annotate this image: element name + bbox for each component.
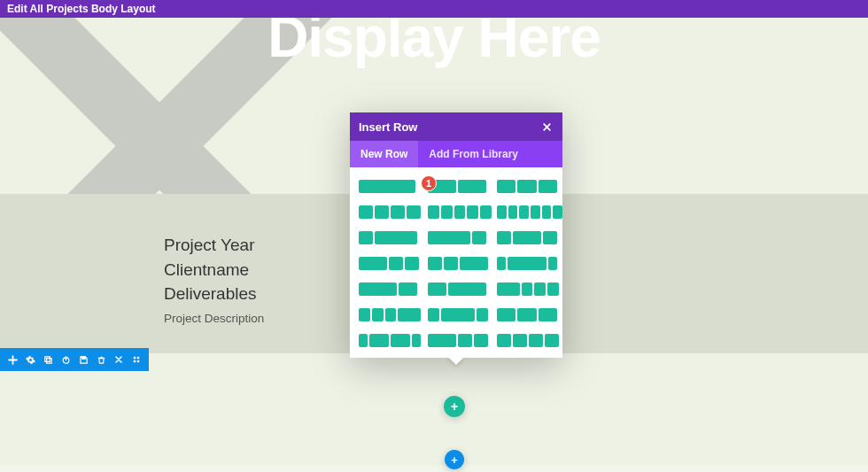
project-description-label: Project Description [164, 312, 264, 325]
layout-option[interactable] [428, 334, 484, 347]
layout-option[interactable] [497, 231, 554, 244]
duplicate-icon[interactable] [41, 352, 55, 367]
add-icon[interactable] [5, 352, 19, 367]
layout-option[interactable] [428, 257, 484, 270]
tab-add-from-library[interactable]: Add From Library [418, 141, 529, 167]
insert-row-modal: Insert Row New Row Add From Library 1 [350, 112, 562, 358]
layout-option[interactable] [497, 180, 554, 193]
layout-option[interactable] [428, 308, 484, 321]
layout-option[interactable] [428, 231, 484, 244]
add-row-button[interactable]: + [444, 396, 465, 417]
top-bar-title: Edit All Projects Body Layout [7, 3, 156, 15]
layout-option[interactable] [359, 231, 415, 244]
top-bar: Edit All Projects Body Layout [0, 0, 868, 18]
hero-title: Display Here [0, 18, 868, 70]
tab-new-row[interactable]: New Row [350, 141, 418, 167]
layout-option[interactable] [359, 180, 415, 193]
layout-grid [359, 180, 554, 347]
svg-point-5 [137, 357, 139, 359]
svg-rect-1 [46, 358, 51, 363]
project-client-label: Clientname [164, 258, 264, 282]
layout-option[interactable] [428, 205, 484, 219]
svg-point-6 [134, 360, 136, 362]
svg-point-4 [134, 357, 136, 359]
modal-header[interactable]: Insert Row [350, 112, 562, 141]
layout-option[interactable] [428, 282, 484, 296]
svg-rect-0 [44, 356, 50, 361]
svg-rect-3 [81, 356, 85, 359]
modal-title: Insert Row [359, 120, 539, 134]
svg-point-7 [137, 360, 139, 362]
layout-option[interactable] [497, 257, 554, 270]
project-meta: Project Year Clientname Deliverables Pro… [164, 233, 264, 325]
bottom-strip [0, 465, 868, 472]
modal-arrow [448, 357, 464, 365]
power-icon[interactable] [58, 352, 73, 367]
plus-icon: + [451, 453, 458, 467]
project-deliverables-label: Deliverables [164, 282, 264, 306]
modal-close-button[interactable] [539, 120, 554, 134]
layout-option[interactable] [359, 205, 415, 219]
layout-option[interactable] [359, 257, 415, 270]
gear-icon[interactable] [23, 352, 37, 367]
more-icon[interactable] [129, 352, 143, 367]
layout-option[interactable] [359, 334, 415, 347]
save-icon[interactable] [76, 352, 90, 367]
layout-option[interactable] [497, 205, 554, 219]
layout-option[interactable] [497, 308, 554, 321]
layout-option[interactable] [359, 282, 415, 296]
modal-tabs: New Row Add From Library [350, 141, 562, 167]
add-section-button[interactable]: + [445, 450, 464, 469]
plus-icon: + [451, 399, 458, 414]
close-icon[interactable] [112, 352, 126, 367]
layout-option[interactable] [359, 308, 415, 321]
modal-body: 1 [350, 167, 562, 358]
step-badge: 1 [421, 175, 437, 191]
trash-icon[interactable] [94, 352, 108, 367]
project-year-label: Project Year [164, 233, 264, 258]
layout-option[interactable] [497, 334, 554, 347]
section-toolbar [0, 348, 149, 371]
layout-option[interactable] [497, 282, 554, 296]
